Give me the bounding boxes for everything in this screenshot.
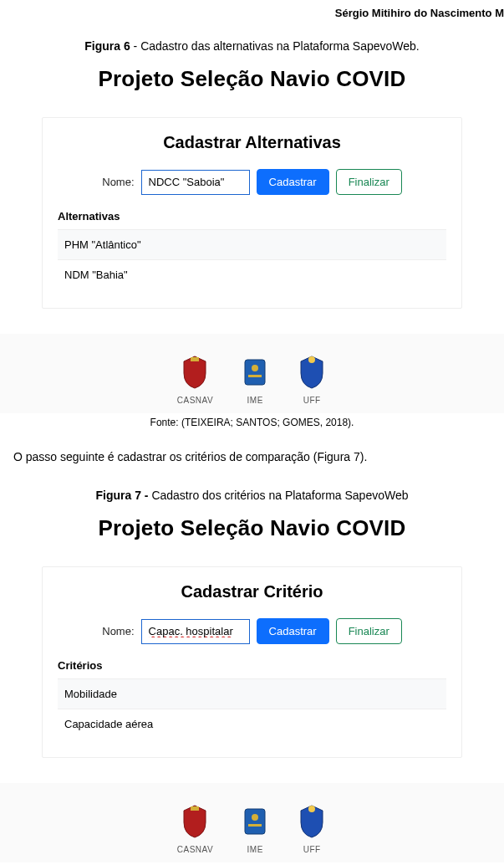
author-header: Sérgio Mitihiro do Nascimento M (0, 0, 504, 33)
name-input-7[interactable] (141, 619, 250, 644)
name-input-6[interactable] (141, 170, 250, 195)
figure-6-source: Fonte: (TEIXEIRA; SANTOS; GOMES, 2018). (0, 417, 504, 428)
criteria-list-header: Critérios (58, 659, 446, 672)
logos-row-6: CASNAV IME (0, 334, 504, 413)
figure-6-caption-rest: - Cadastro das alternativas na Plataform… (130, 39, 420, 53)
svg-rect-8 (248, 824, 262, 827)
ime-icon (240, 803, 270, 840)
logo-ime: IME (240, 803, 270, 854)
list-item: Mobilidade (58, 678, 446, 709)
name-label-6: Nome: (102, 176, 134, 188)
project-title-6: Projeto Seleção Navio COVID (0, 66, 504, 92)
logo-label: CASNAV (177, 396, 213, 405)
cadastrar-button-7[interactable]: Cadastrar (257, 618, 329, 644)
logo-uff: UFF (297, 354, 327, 405)
ime-icon (240, 354, 270, 391)
logo-casnav: CASNAV (177, 803, 213, 854)
logo-label: UFF (303, 845, 321, 854)
alternatives-list-header: Alternativas (58, 210, 446, 223)
logo-casnav: CASNAV (177, 354, 213, 405)
list-item: PHM "Atlântico" (58, 229, 446, 260)
list-item: NDM "Bahia" (58, 260, 446, 289)
svg-point-9 (308, 806, 315, 812)
alternatives-form-row: Nome: Cadastrar Finalizar (58, 169, 446, 195)
figure-7-caption-bold: Figura 7 - (95, 489, 148, 502)
finalizar-button-7[interactable]: Finalizar (336, 618, 402, 644)
criteria-panel: Cadastrar Critério Nome: Cadastrar Final… (42, 566, 462, 758)
criteria-form-row: Nome: Cadastrar Finalizar (58, 618, 446, 644)
svg-rect-0 (191, 357, 199, 361)
figure-7-caption-rest: Cadastro dos critérios na Plataforma Sap… (149, 489, 409, 502)
svg-point-2 (252, 365, 258, 371)
figure-6-caption-bold: Figura 6 (84, 39, 130, 53)
logo-ime: IME (240, 354, 270, 405)
casnav-icon (180, 803, 210, 840)
logo-label: CASNAV (177, 845, 213, 854)
casnav-icon (180, 354, 210, 391)
figure-6-block: Figura 6 - Cadastro das alternativas na … (0, 39, 504, 428)
alternatives-panel-title: Cadastrar Alternativas (58, 133, 446, 152)
logos-row-7: CASNAV IME (0, 783, 504, 862)
uff-icon (297, 803, 327, 840)
name-label-7: Nome: (102, 625, 134, 637)
cadastrar-button-6[interactable]: Cadastrar (257, 169, 329, 195)
project-title-7: Projeto Seleção Navio COVID (0, 515, 504, 541)
figure-7-block: Figura 7 - Cadastro dos critérios na Pla… (0, 489, 504, 865)
svg-rect-1 (245, 360, 265, 385)
logo-label: UFF (303, 396, 321, 405)
figure-7-caption: Figura 7 - Cadastro dos critérios na Pla… (0, 489, 504, 502)
svg-rect-5 (191, 806, 199, 811)
logo-label: IME (247, 845, 263, 854)
svg-point-4 (308, 356, 315, 363)
uff-icon (297, 354, 327, 391)
criteria-panel-title: Cadastrar Critério (58, 582, 446, 601)
svg-rect-3 (248, 375, 262, 377)
svg-rect-6 (245, 809, 265, 834)
alternatives-panel: Cadastrar Alternativas Nome: Cadastrar F… (42, 117, 462, 309)
list-item: Capacidade aérea (58, 709, 446, 739)
finalizar-button-6[interactable]: Finalizar (336, 169, 402, 195)
logo-uff: UFF (297, 803, 327, 854)
svg-point-7 (252, 814, 258, 821)
logo-label: IME (247, 396, 263, 405)
mid-paragraph: O passo seguinte é cadastrar os critério… (13, 450, 491, 463)
figure-6-caption: Figura 6 - Cadastro das alternativas na … (0, 39, 504, 53)
